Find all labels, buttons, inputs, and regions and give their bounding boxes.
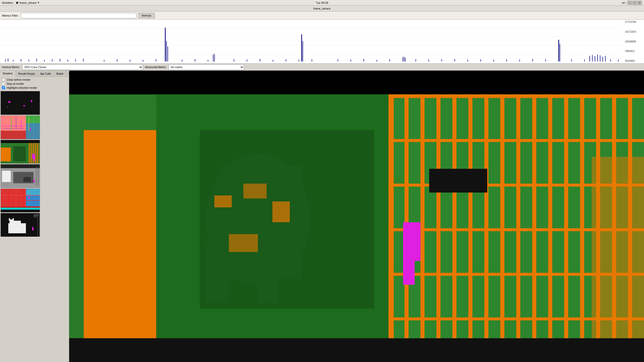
svg-rect-118 bbox=[28, 196, 30, 199]
svg-rect-88 bbox=[30, 128, 31, 130]
svg-rect-110 bbox=[40, 167, 40, 186]
svg-rect-155 bbox=[484, 95, 488, 338]
svg-rect-38 bbox=[303, 41, 303, 61]
svg-rect-79 bbox=[26, 123, 40, 139]
svg-rect-65 bbox=[597, 55, 598, 62]
svg-rect-80 bbox=[1, 131, 26, 139]
svg-rect-142 bbox=[206, 243, 229, 303]
tab-batch[interactable]: Batch bbox=[54, 71, 66, 76]
thumbnail-1[interactable] bbox=[1, 91, 40, 115]
refresh-button[interactable]: Refresh bbox=[138, 13, 155, 18]
horizontal-metric-select[interactable]: No metric bbox=[169, 64, 244, 70]
close-button[interactable]: ✕ bbox=[637, 1, 642, 5]
metrics-filter-label: Metrics Filter: bbox=[2, 14, 19, 17]
svg-rect-16 bbox=[83, 59, 84, 62]
clear-before-render-row[interactable]: Clear before render bbox=[2, 78, 67, 81]
svg-rect-145 bbox=[243, 184, 266, 198]
svg-rect-47 bbox=[416, 59, 416, 62]
minimize-button[interactable]: — bbox=[627, 1, 632, 5]
svg-rect-99 bbox=[32, 154, 35, 159]
thumbnail-4[interactable] bbox=[1, 164, 40, 188]
svg-rect-94 bbox=[31, 143, 32, 164]
metrics-filter-input[interactable] bbox=[21, 13, 136, 18]
svg-rect-25 bbox=[143, 60, 143, 61]
svg-rect-129 bbox=[32, 227, 33, 231]
svg-rect-174 bbox=[403, 261, 415, 285]
thumbnail-3[interactable] bbox=[1, 140, 40, 164]
svg-rect-84 bbox=[28, 117, 29, 131]
thumbnail-2[interactable] bbox=[1, 115, 40, 139]
svg-rect-28 bbox=[195, 59, 195, 62]
svg-rect-114 bbox=[1, 195, 40, 196]
svg-rect-66 bbox=[600, 55, 600, 62]
svg-rect-31 bbox=[247, 60, 247, 61]
vertical-metric-label: Vertical Metric: bbox=[2, 66, 20, 69]
clear-before-render-checkbox[interactable] bbox=[2, 78, 5, 81]
svg-rect-143 bbox=[258, 249, 278, 303]
language-indicator[interactable]: en↑ bbox=[622, 1, 626, 4]
svg-rect-103 bbox=[1, 164, 40, 168]
svg-rect-60 bbox=[571, 59, 572, 62]
svg-rect-26 bbox=[156, 59, 156, 62]
stop-at-render-row[interactable]: Stop at render bbox=[2, 82, 67, 85]
app-label[interactable]: ▣ frame_retrace ▾ bbox=[16, 1, 39, 4]
svg-rect-157 bbox=[516, 95, 520, 338]
chart-svg bbox=[0, 20, 644, 63]
svg-rect-121 bbox=[23, 189, 24, 208]
svg-rect-27 bbox=[182, 60, 182, 61]
svg-rect-112 bbox=[1, 189, 26, 206]
app-dropdown-arrow[interactable]: ▾ bbox=[38, 1, 39, 4]
svg-rect-147 bbox=[272, 201, 290, 222]
top-bar-right: en↑ — □ ✕ bbox=[622, 1, 642, 5]
svg-rect-39 bbox=[338, 59, 338, 62]
tab-bar: Shaders RenderTarget Api Calls Batch Met… bbox=[0, 71, 69, 77]
svg-rect-17 bbox=[165, 28, 166, 62]
tab-apicalls[interactable]: Api Calls bbox=[38, 71, 54, 76]
main-viewport[interactable] bbox=[69, 71, 644, 362]
main-content: Shaders RenderTarget Api Calls Batch Met… bbox=[0, 71, 644, 362]
svg-rect-171 bbox=[429, 169, 487, 193]
svg-rect-10 bbox=[36, 59, 37, 62]
svg-rect-87 bbox=[2, 128, 25, 129]
vertical-metric-select[interactable]: GPU Core Clocks bbox=[22, 64, 143, 70]
svg-rect-154 bbox=[468, 95, 472, 338]
svg-rect-67 bbox=[602, 57, 603, 61]
left-panel: Shaders RenderTarget Api Calls Batch Met… bbox=[0, 71, 69, 362]
svg-rect-83 bbox=[21, 119, 22, 129]
svg-rect-90 bbox=[1, 140, 40, 143]
tab-rendertarget[interactable]: RenderTarget bbox=[16, 71, 38, 76]
main-render-svg bbox=[69, 71, 644, 362]
svg-rect-109 bbox=[38, 167, 38, 186]
svg-rect-75 bbox=[7, 106, 8, 107]
svg-rect-24 bbox=[130, 60, 130, 61]
svg-rect-74 bbox=[31, 100, 32, 102]
highlight-selected-render-checkbox[interactable] bbox=[2, 86, 5, 89]
svg-rect-21 bbox=[214, 54, 215, 62]
svg-rect-61 bbox=[584, 60, 585, 61]
activities-button[interactable]: Activities bbox=[2, 1, 13, 4]
svg-rect-153 bbox=[452, 95, 456, 338]
stop-at-render-checkbox[interactable] bbox=[2, 82, 5, 85]
thumbnail-5[interactable] bbox=[1, 189, 40, 212]
maximize-button[interactable]: □ bbox=[632, 1, 637, 5]
svg-rect-54 bbox=[506, 59, 507, 62]
svg-rect-136 bbox=[69, 338, 644, 362]
svg-rect-42 bbox=[377, 60, 377, 61]
window-controls: — □ ✕ bbox=[627, 1, 642, 5]
svg-rect-57 bbox=[545, 59, 546, 62]
svg-rect-53 bbox=[493, 60, 494, 61]
tab-shaders[interactable]: Shaders bbox=[0, 71, 16, 77]
svg-rect-64 bbox=[595, 56, 595, 61]
highlight-selected-render-row[interactable]: Highlight selected render bbox=[2, 86, 67, 89]
svg-rect-125 bbox=[13, 221, 21, 226]
svg-rect-8 bbox=[21, 59, 21, 62]
horizontal-metric-label: Horizontal Metric: bbox=[145, 66, 167, 69]
svg-rect-51 bbox=[467, 60, 468, 61]
svg-rect-19 bbox=[168, 47, 168, 62]
svg-rect-5 bbox=[5, 59, 6, 62]
options-panel: Clear before render Stop at render Highl… bbox=[0, 77, 69, 91]
svg-rect-146 bbox=[229, 234, 258, 252]
thumbnail-6[interactable] bbox=[1, 213, 40, 237]
svg-rect-55 bbox=[519, 60, 520, 61]
svg-rect-63 bbox=[592, 55, 593, 62]
